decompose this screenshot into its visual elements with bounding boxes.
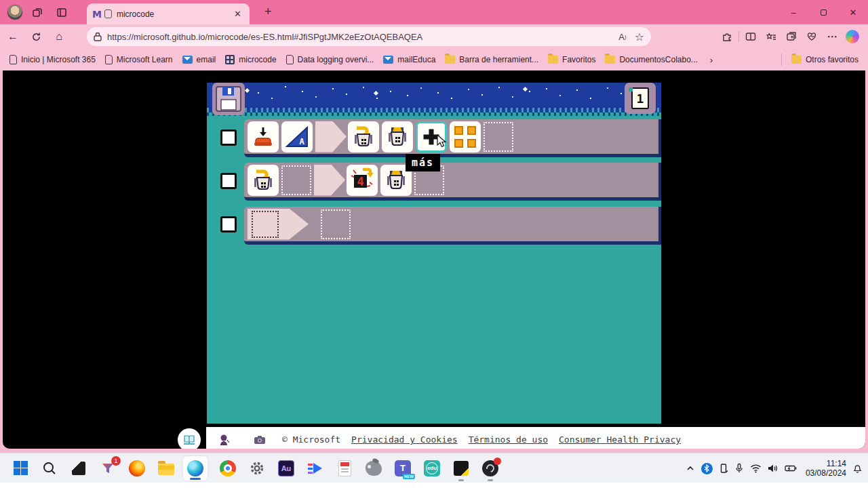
media-app-button[interactable] — [307, 460, 324, 477]
tab-actions-icon[interactable] — [52, 3, 72, 22]
tab-title: microcode — [117, 9, 231, 19]
other-favorites-button[interactable]: Otros favoritos — [791, 55, 859, 64]
split-screen-icon[interactable] — [741, 26, 761, 47]
bookmark-item[interactable]: Favoritos — [548, 55, 595, 64]
page-icon — [9, 55, 17, 64]
teams-button[interactable]: TNEW — [394, 460, 412, 477]
rule-checkbox[interactable] — [220, 129, 237, 146]
firefox-button[interactable] — [128, 460, 146, 477]
edu-app-icon: edu — [424, 460, 440, 476]
settings-more-icon[interactable]: ⋯ — [822, 26, 842, 47]
window-restore-button[interactable] — [808, 0, 838, 24]
new-tab-button[interactable]: + — [259, 5, 277, 19]
window-minimize-button[interactable]: – — [778, 0, 808, 24]
rule-checkbox[interactable] — [220, 173, 237, 189]
bookmark-item[interactable]: Inicio | Microsoft 365 — [9, 55, 96, 64]
capture-app-button[interactable] — [452, 460, 470, 477]
tray-chevron-icon[interactable] — [686, 464, 695, 473]
bookmark-item[interactable]: Data logging overvi... — [286, 55, 374, 64]
file-explorer-button[interactable] — [157, 460, 175, 477]
snipping-app-button[interactable] — [70, 460, 87, 477]
bookmark-item[interactable]: Barra de herramient... — [445, 55, 538, 64]
browser-essentials-icon[interactable] — [802, 26, 822, 47]
banner-drips — [207, 113, 661, 116]
docs-book-button[interactable] — [178, 428, 201, 449]
led-grid-tile[interactable] — [450, 121, 481, 152]
pour-into-cup-tile[interactable] — [348, 121, 379, 152]
taskbar-clock[interactable]: 11:14 03/08/2024 — [806, 459, 846, 478]
bookmarks-overflow-chevron[interactable]: › — [710, 55, 713, 65]
back-button[interactable]: ← — [3, 26, 23, 47]
browser-tab[interactable]: M microcode ✕ — [87, 3, 250, 24]
empty-tile-slot[interactable] — [321, 209, 351, 239]
when-do-arrow — [314, 165, 345, 196]
edge-button[interactable] — [183, 456, 208, 481]
start-button[interactable] — [12, 460, 29, 477]
empty-tile-slot[interactable] — [484, 122, 513, 152]
microphone-icon[interactable] — [734, 463, 744, 474]
tab-close-icon[interactable]: ✕ — [231, 7, 244, 20]
search-icon — [42, 461, 57, 476]
audition-button[interactable]: Au — [277, 460, 295, 477]
browser-frame: 1 A — [0, 70, 868, 453]
obs-button[interactable] — [481, 460, 499, 477]
bookmark-item[interactable]: microcode — [225, 55, 276, 64]
press-button-tile[interactable] — [248, 121, 279, 152]
chrome-button[interactable] — [219, 460, 237, 477]
health-privacy-link[interactable]: Consumer Health Privacy — [559, 434, 681, 445]
extensions-icon[interactable] — [717, 26, 737, 47]
volume-icon[interactable] — [768, 464, 778, 473]
home-button[interactable]: ⌂ — [49, 26, 69, 47]
lock-icon — [94, 32, 102, 41]
svg-text:4: 4 — [357, 175, 363, 188]
empty-tile-slot[interactable] — [281, 165, 311, 195]
system-tray: 11:14 03/08/2024 — [686, 453, 863, 483]
pour-into-cup-tile[interactable] — [248, 165, 279, 196]
privacy-link[interactable]: Privacidad y Cookies — [351, 434, 458, 445]
refresh-button[interactable] — [26, 26, 46, 47]
rule-row: A — [244, 119, 661, 157]
document-app-button[interactable] — [336, 460, 353, 477]
address-bar[interactable]: https://microsoft.github.io/microcode/es… — [87, 27, 651, 46]
url-text[interactable]: https://microsoft.github.io/microcode/es… — [107, 32, 610, 42]
when-do-arrow — [315, 121, 347, 152]
bookmark-item[interactable]: mailEduca — [383, 55, 435, 64]
book-icon — [182, 433, 196, 447]
search-button[interactable] — [41, 460, 58, 477]
settings-button[interactable] — [248, 460, 266, 477]
cup-x-tile[interactable] — [382, 121, 413, 152]
assistant-button[interactable] — [213, 428, 236, 449]
button-a-tile[interactable]: A — [281, 121, 313, 152]
battery-icon[interactable] — [785, 464, 797, 472]
value-4-tile[interactable]: 4 — [347, 165, 378, 196]
usb-device-icon[interactable] — [719, 463, 728, 474]
bookmark-item[interactable]: Microsoft Learn — [105, 55, 173, 64]
read-aloud-icon[interactable]: A) — [618, 32, 626, 42]
favorites-icon[interactable] — [761, 26, 781, 47]
bookmark-item[interactable]: DocumentosColabo... — [605, 55, 697, 64]
bluetooth-icon[interactable] — [701, 463, 713, 474]
empty-when-arrow[interactable] — [248, 209, 309, 240]
screenshot-button[interactable] — [248, 428, 271, 449]
save-disk-button[interactable] — [212, 83, 245, 115]
notification-bell-icon[interactable] — [852, 463, 863, 474]
tab-favicon: M — [92, 9, 102, 20]
page-select-button[interactable]: 1 — [625, 83, 656, 114]
mail-icon — [182, 56, 193, 64]
collections-icon[interactable] — [781, 26, 802, 47]
bookmark-item[interactable]: email — [182, 55, 216, 64]
workspaces-icon[interactable] — [27, 3, 47, 22]
window-close-button[interactable]: ✕ — [838, 0, 868, 24]
edu-app-button[interactable]: edu — [423, 460, 441, 477]
gimp-button[interactable] — [365, 460, 382, 477]
wifi-icon[interactable] — [750, 464, 762, 473]
notifications-app-button[interactable]: 1 — [99, 460, 117, 477]
favorite-star-icon[interactable]: ☆ — [635, 30, 644, 43]
sky-banner — [207, 83, 661, 113]
rule-checkbox[interactable] — [220, 216, 237, 232]
profile-avatar[interactable] — [7, 4, 23, 20]
browser-tab-strip: M microcode ✕ + – ✕ — [0, 0, 868, 24]
explorer-icon — [158, 464, 174, 475]
terms-link[interactable]: Términos de uso — [469, 434, 548, 445]
copilot-icon[interactable] — [842, 26, 863, 47]
